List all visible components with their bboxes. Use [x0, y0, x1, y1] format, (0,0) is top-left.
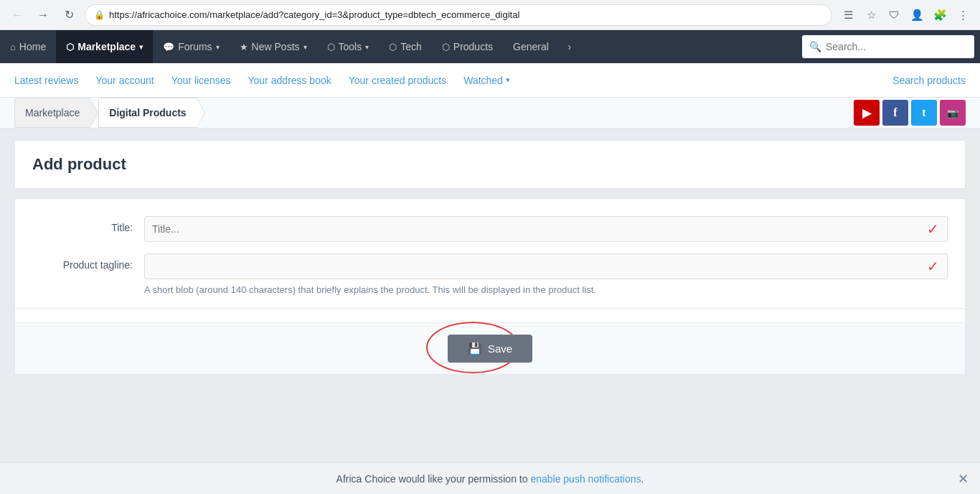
- breadcrumb-arrow-1: [90, 98, 98, 128]
- page-title: Add product: [32, 155, 126, 173]
- nav-forums[interactable]: 💬 Forums ▾: [153, 30, 229, 63]
- tagline-label: Product tagline:: [32, 253, 133, 271]
- tagline-input-container: ✓: [144, 253, 948, 279]
- social-icons: ▶ f t 📷: [854, 100, 966, 126]
- save-icon: 💾: [468, 342, 482, 355]
- nav-more-button[interactable]: ›: [559, 30, 580, 63]
- title-input[interactable]: [144, 216, 948, 242]
- new-posts-icon: ★: [240, 42, 248, 52]
- address-bar[interactable]: 🔒 https://africachoice.com/marketplace/a…: [85, 4, 832, 26]
- watched-link: Watched: [463, 75, 503, 86]
- notification-close-button[interactable]: ✕: [958, 471, 969, 487]
- forums-icon: 💬: [163, 42, 174, 52]
- tools-dropdown-icon: ▾: [365, 43, 369, 51]
- nav-tools[interactable]: ⬡ Tools ▾: [317, 30, 380, 63]
- tagline-input-wrap: ✓ A short blob (around 140 characters) t…: [144, 253, 948, 297]
- watched-dropdown[interactable]: Watched ▾: [463, 75, 510, 86]
- star-button[interactable]: ☆: [861, 5, 881, 25]
- home-icon: ⌂: [10, 42, 16, 52]
- youtube-icon[interactable]: ▶: [854, 100, 880, 126]
- title-row: Title: ✓: [32, 216, 948, 242]
- nav-new-posts[interactable]: ★ New Posts ▾: [230, 30, 317, 63]
- nav-general[interactable]: General: [503, 30, 559, 63]
- your-created-products-link[interactable]: Your created products: [349, 75, 446, 86]
- card-header: Add product: [15, 141, 965, 189]
- breadcrumb-arrow-2: [197, 98, 205, 128]
- secondary-nav: Latest reviews Your account Your license…: [0, 63, 980, 98]
- profile-button[interactable]: 👤: [907, 5, 927, 25]
- save-button-wrapper: 💾 Save: [448, 335, 532, 363]
- save-button[interactable]: 💾 Save: [448, 335, 532, 363]
- bookmarks-button[interactable]: ☰: [838, 5, 858, 25]
- instagram-icon[interactable]: 📷: [940, 100, 966, 126]
- shield-button[interactable]: 🛡: [884, 5, 904, 25]
- nav-tech[interactable]: ⬡ Tech: [379, 30, 432, 63]
- browser-right-icons: ☰ ☆ 🛡 👤 🧩 ⋮: [838, 5, 973, 25]
- nav-search-container: 🔍: [802, 35, 974, 58]
- notification-bar: Africa Choice would like your permission…: [0, 462, 980, 494]
- address-url: https://africachoice.com/marketplace/add…: [109, 9, 823, 20]
- refresh-button[interactable]: ↻: [59, 5, 79, 25]
- nav-products[interactable]: ⬡ Products: [432, 30, 503, 63]
- title-input-wrap: ✓: [144, 216, 948, 242]
- marketplace-dropdown-icon: ▾: [139, 43, 143, 51]
- latest-reviews-link[interactable]: Latest reviews: [14, 75, 78, 86]
- search-icon: 🔍: [809, 41, 821, 52]
- nav-home[interactable]: ⌂ Home: [0, 30, 56, 63]
- facebook-icon[interactable]: f: [882, 100, 908, 126]
- form-actions: 💾 Save: [15, 322, 965, 374]
- marketplace-icon: ⬡: [66, 42, 74, 52]
- main-content: Add product Title: ✓: [0, 129, 980, 462]
- twitter-icon[interactable]: t: [911, 100, 937, 126]
- watched-dropdown-icon: ▾: [506, 75, 510, 85]
- breadcrumb-marketplace[interactable]: Marketplace: [14, 98, 90, 128]
- tagline-input[interactable]: [144, 253, 948, 279]
- extensions-button[interactable]: 🧩: [930, 5, 950, 25]
- breadcrumb-digital-products[interactable]: Digital Products: [98, 98, 197, 128]
- notification-text: Africa Choice would like your permission…: [336, 473, 644, 485]
- breadcrumb: Marketplace Digital Products: [14, 98, 205, 128]
- your-address-book-link[interactable]: Your address book: [248, 75, 331, 86]
- your-licenses-link[interactable]: Your licenses: [171, 75, 231, 86]
- title-label: Title:: [32, 216, 133, 233]
- nav-marketplace[interactable]: ⬡ Marketplace ▾: [56, 30, 153, 63]
- form-body: Title: ✓ Product tagline:: [15, 199, 965, 322]
- back-button[interactable]: ←: [7, 5, 27, 25]
- search-input[interactable]: [826, 41, 967, 52]
- main-nav: ⌂ Home ⬡ Marketplace ▾ 💬 Forums ▾ ★ New …: [0, 30, 980, 63]
- forward-button[interactable]: →: [33, 5, 53, 25]
- add-product-card: Add product: [14, 140, 966, 190]
- title-input-container: ✓: [144, 216, 948, 242]
- menu-button[interactable]: ⋮: [953, 5, 973, 25]
- new-posts-dropdown-icon: ▾: [303, 43, 307, 51]
- forums-dropdown-icon: ▾: [216, 43, 220, 51]
- products-icon: ⬡: [442, 42, 450, 52]
- search-products-link[interactable]: Search products: [892, 75, 966, 86]
- tools-icon: ⬡: [327, 42, 335, 52]
- breadcrumb-bar: Marketplace Digital Products ▶ f t 📷: [0, 98, 980, 129]
- tech-icon: ⬡: [389, 42, 397, 52]
- your-account-link[interactable]: Your account: [95, 75, 154, 86]
- browser-bar: ← → ↻ 🔒 https://africachoice.com/marketp…: [0, 0, 980, 30]
- tagline-hint: A short blob (around 140 characters) tha…: [144, 284, 948, 297]
- security-icon: 🔒: [94, 10, 105, 20]
- notification-highlight: enable push notifications: [530, 473, 641, 485]
- form-card: Title: ✓ Product tagline:: [14, 198, 966, 375]
- tagline-row: Product tagline: ✓ A short blob (around …: [32, 253, 948, 297]
